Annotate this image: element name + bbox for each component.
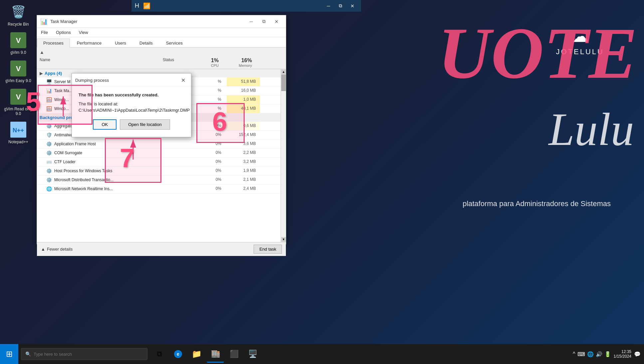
tab-processes[interactable]: Processes [37, 39, 70, 48]
taskbar-multitasking-icon[interactable]: ⧉ [151, 345, 168, 363]
row-cpu-ms-network: 0% [200, 184, 227, 193]
desktop-icons-container: 🗑️ Recycle Bin V gVim 9.0 V gVim Easy 9.… [3, 3, 33, 144]
row-cpu-ctf: 0% [200, 158, 227, 166]
row-cpu-windo1: % [200, 95, 227, 104]
network-icon[interactable]: 🌐 [587, 351, 594, 357]
tab-details[interactable]: Details [133, 39, 159, 47]
dialog-box: Dumping process ✕ The file has been succ… [72, 73, 191, 137]
apps-expand-icon[interactable]: ▶ [40, 71, 43, 76]
volume-icon[interactable]: 🔊 [596, 351, 602, 357]
bg-minimize-button[interactable]: ─ [323, 1, 334, 11]
column-headers: Name Status 1% CPU 16% Memory [37, 56, 286, 69]
chevron-up-icon[interactable]: ^ [573, 351, 575, 357]
scroll-down-button[interactable]: ▼ [281, 237, 286, 242]
tm-sort-row: ▲ [37, 48, 286, 56]
clock-time: 12:35 [614, 349, 631, 354]
scroll-thumb[interactable] [281, 74, 286, 91]
table-row[interactable]: ⚙️ COM Surrogate 0% 2,2 MB [37, 149, 286, 158]
mem-percentage: 16% [241, 58, 252, 63]
cpu-column-header[interactable]: 1% CPU [200, 56, 227, 69]
row-label-appframe: Application Frame Host [54, 142, 96, 146]
app-icon-windo1: 🪟 [46, 97, 52, 102]
tab-services[interactable]: Services [160, 39, 189, 47]
dialog-ok-button[interactable]: OK [93, 119, 116, 130]
row-status-ms-distributed [160, 176, 200, 184]
taskbar-store-icon[interactable]: 🏬 [207, 345, 224, 363]
background-window-bar: H 📶 ─ ⧉ ✕ [131, 0, 361, 12]
row-cpu-antimalware: 0% [200, 131, 227, 139]
row-name-com-surrogate: ⚙️ COM Surrogate [37, 149, 160, 157]
row-status-ms-network [160, 184, 200, 193]
name-column-header[interactable]: Name [37, 56, 160, 69]
row-cpu-server: % [200, 77, 227, 86]
notification-icon[interactable]: 💬 [634, 351, 641, 357]
table-row[interactable]: ⚙️ Microsoft Distributed Transactio... 0… [37, 176, 286, 184]
row-mem-windo1: 1,0 MB [227, 95, 260, 104]
start-button[interactable]: ⊞ [0, 344, 18, 364]
svg-text:N++: N++ [13, 127, 24, 134]
apps-section-label: Apps (4) [45, 71, 62, 76]
tab-users[interactable]: Users [108, 39, 132, 47]
desktop-icon-gvim-easy[interactable]: V gVim Easy 9.0 [3, 60, 33, 83]
scrollbar[interactable]: ▲ ▼ [281, 69, 286, 242]
desktop-icon-notepadpp[interactable]: N++ Notepad++ [3, 121, 33, 144]
tm-footer: ▲ Fewer details End task [37, 242, 286, 256]
menu-file[interactable]: File [37, 29, 52, 36]
bg-window-controls: ─ ⧉ ✕ [323, 1, 358, 11]
row-mem-windo2: 40,1 MB [227, 104, 260, 113]
row-cpu-com-surrogate: 0% [200, 149, 227, 157]
row-status-ctf [160, 158, 200, 166]
dialog-path: C:\Users\ADMINI~1\AppData\Local\Temp\2\T… [79, 108, 184, 113]
table-row[interactable]: ⚙️ Application Frame Host 0% 3,6 MB [37, 140, 286, 149]
desktop-icon-gvim[interactable]: V gVim 9.0 [3, 32, 33, 55]
status-column-header[interactable]: Status [160, 56, 200, 69]
dialog-close-button[interactable]: ✕ [178, 76, 188, 84]
restore-button[interactable]: ⧉ [258, 17, 270, 26]
window-titlebar: 📊 Task Manager ─ ⧉ ✕ [37, 15, 286, 28]
row-label-ctf: CTF Loader [54, 160, 76, 164]
dialog-message-1: The file has been successfully created. [79, 92, 184, 97]
table-row[interactable]: ⚙️ Host Process for Windows Tasks 0% 1,9… [37, 167, 286, 176]
desktop-icon-gvim-readonly[interactable]: V gVim Read only 9.0 [3, 88, 33, 116]
row-cpu-appframe: 0% [200, 140, 227, 148]
scroll-up-button[interactable]: ▲ [281, 69, 286, 74]
desktop-icon-recycle-bin[interactable]: 🗑️ Recycle Bin [3, 3, 33, 27]
minimize-button[interactable]: ─ [245, 17, 257, 26]
end-task-button[interactable]: End task [254, 245, 282, 254]
row-mem-server: 51,8 MB [227, 77, 260, 86]
battery-icon[interactable]: 🔋 [604, 351, 611, 357]
notepadpp-label: Notepad++ [8, 140, 28, 144]
fewer-details-button[interactable]: ▲ Fewer details [41, 247, 73, 252]
memory-column-header[interactable]: 16% Memory [227, 56, 260, 69]
bg-restore-button[interactable]: ⧉ [335, 1, 346, 11]
taskbar: ⊞ 🔍 ⧉ e 📁 🏬 ⬛ 🖥️ ^ ⌨ 🌐 🔊 [0, 344, 644, 364]
search-input[interactable] [34, 352, 143, 357]
bg-close-button[interactable]: ✕ [347, 1, 358, 11]
app-icon-server: 🖥️ [46, 79, 52, 84]
window-controls: ─ ⧉ ✕ [245, 17, 283, 26]
row-name-host-process: ⚙️ Host Process for Windows Tasks [37, 167, 160, 175]
table-row[interactable]: ⌨️ CTF Loader 0% 3,2 MB [37, 158, 286, 167]
system-clock[interactable]: 12:35 1/15/2024 [614, 349, 631, 359]
svg-text:V: V [16, 36, 21, 45]
row-mem-aggregator: 0,6 MB [227, 122, 260, 130]
taskbar-terminal-icon[interactable]: ⬛ [225, 345, 243, 363]
menu-view[interactable]: View [75, 29, 92, 36]
keyboard-icon[interactable]: ⌨ [577, 351, 585, 357]
dialog-open-location-button[interactable]: Open file location [120, 119, 170, 130]
taskbar-edge-icon[interactable]: e [169, 345, 187, 363]
taskbar-search-box[interactable]: 🔍 [21, 348, 147, 360]
bg-icon-antimalware: 🛡️ [46, 132, 52, 138]
fewer-details-icon: ▲ [41, 247, 45, 252]
row-cpu-aggregator: 0% [200, 122, 227, 130]
row-label-ms-distributed: Microsoft Distributed Transactio... [54, 178, 113, 182]
menu-options[interactable]: Options [52, 29, 75, 36]
close-button[interactable]: ✕ [271, 17, 283, 26]
taskbar-vm-icon[interactable]: 🖥️ [244, 345, 261, 363]
sort-icon: ▲ [40, 50, 44, 55]
table-row[interactable]: 🌐 Microsoft Network Realtime Ins... 0% 2… [37, 184, 286, 193]
taskbar-explorer-icon[interactable]: 📁 [188, 345, 205, 363]
tab-performance[interactable]: Performance [71, 39, 108, 47]
svg-text:V: V [16, 93, 21, 101]
gvim-readonly-icon: V [10, 88, 27, 105]
